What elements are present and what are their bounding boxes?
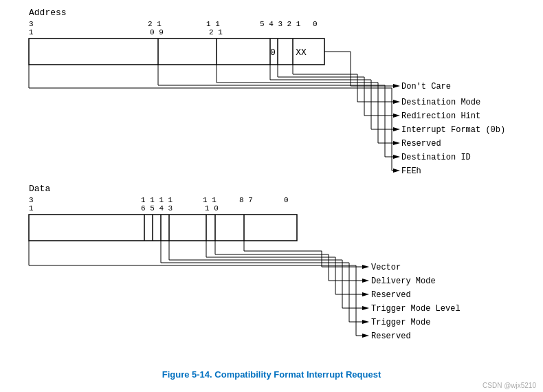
addr-bit-31-top: 3 bbox=[29, 20, 34, 28]
addr-arrow-destid bbox=[393, 155, 400, 159]
addr-bit-21-bot: 2 1 bbox=[209, 28, 223, 36]
addr-arrow-dontcare bbox=[393, 84, 400, 88]
data-label-vector: Vector bbox=[371, 263, 401, 272]
diagram-container: Address 3 2 1 1 1 5 4 3 2 1 0 1 0 9 2 1 … bbox=[0, 0, 543, 392]
addr-label-redhint: Redirection Hint bbox=[401, 111, 480, 121]
data-register-box bbox=[29, 215, 297, 241]
addr-bit-0-top: 0 bbox=[313, 20, 318, 28]
data-bit-1-bot: 1 bbox=[29, 204, 34, 213]
addr-cell-0: 0 bbox=[270, 47, 276, 58]
data-label-trigmlevel: Trigger Mode Level bbox=[371, 304, 461, 314]
figure-caption: Figure 5-14. Compatibility Format Interr… bbox=[0, 369, 543, 380]
addr-bit-5-top: 5 4 3 2 1 bbox=[260, 20, 301, 28]
data-bit-16-top: 1 1 1 1 bbox=[141, 196, 173, 204]
data-arrow-trigmode bbox=[362, 320, 369, 324]
data-label-res2: Reserved bbox=[371, 331, 411, 341]
addr-label-dontcare: Don't Care bbox=[401, 82, 451, 91]
addr-arrow-feeh bbox=[393, 168, 400, 173]
address-label: Address bbox=[29, 8, 67, 18]
address-register-box bbox=[29, 39, 324, 65]
data-label-delmode: Delivery Mode bbox=[371, 276, 436, 286]
data-arrow-vector bbox=[362, 265, 369, 269]
data-label-res1: Reserved bbox=[371, 290, 411, 300]
watermark: CSDN @wjx5210 bbox=[483, 382, 536, 389]
data-label-trigmode: Trigger Mode bbox=[371, 318, 430, 327]
data-bit-8-top: 8 7 bbox=[239, 196, 253, 204]
addr-label-destid: Destination ID bbox=[401, 153, 471, 162]
addr-label-intfmt: Interrupt Format (0b) bbox=[401, 125, 505, 135]
addr-label-feeh: FEEh bbox=[401, 166, 421, 176]
addr-arrow-intfmt bbox=[393, 127, 400, 131]
addr-bit-09-bot: 0 9 bbox=[150, 28, 164, 36]
data-bit-31-top: 3 bbox=[29, 196, 34, 204]
addr-cell-xx: XX bbox=[296, 47, 307, 58]
data-bit-11-top: 1 1 bbox=[203, 196, 217, 204]
data-arrow-delmode bbox=[362, 279, 369, 283]
data-arrow-trigmlevel bbox=[362, 306, 369, 310]
addr-bit-12-top: 1 1 bbox=[206, 20, 220, 28]
data-bit-0-top: 0 bbox=[284, 196, 289, 204]
addr-arrow-redhint bbox=[393, 113, 400, 118]
addr-bit-20-top: 2 1 bbox=[148, 20, 162, 28]
addr-label-reserved: Reserved bbox=[401, 139, 441, 149]
data-arrow-res1 bbox=[362, 292, 369, 296]
addr-arrow-destmode bbox=[393, 100, 400, 104]
addr-bit-1-bot: 1 bbox=[29, 28, 34, 36]
data-label: Data bbox=[29, 184, 50, 194]
data-bit-6543-bot: 6 5 4 3 bbox=[141, 204, 173, 213]
addr-label-destmode: Destination Mode bbox=[401, 98, 480, 107]
addr-arrow-reserved bbox=[393, 141, 400, 145]
data-bit-10-bot: 1 0 bbox=[205, 204, 219, 213]
data-arrow-res2 bbox=[362, 334, 369, 338]
